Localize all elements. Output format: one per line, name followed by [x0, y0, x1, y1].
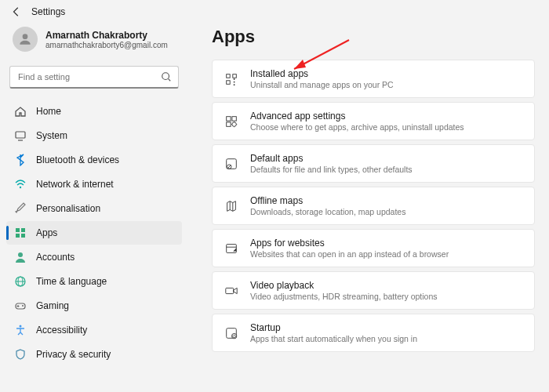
- profile-name: Amarnath Chakraborty: [45, 30, 168, 41]
- card-desc: Defaults for file and link types, other …: [250, 165, 413, 174]
- search-input[interactable]: [16, 67, 161, 86]
- system-icon: [14, 129, 27, 142]
- profile-email: amarnathchakraborty6@gmail.com: [45, 41, 168, 49]
- default-icon: [224, 156, 239, 172]
- svg-rect-28: [232, 116, 236, 120]
- card-offline-maps[interactable]: Offline mapsDownloads, storage location,…: [212, 187, 535, 225]
- svg-point-0: [23, 34, 28, 39]
- card-desc: Websites that can open in an app instead…: [250, 249, 449, 259]
- avatar-icon: [13, 27, 38, 52]
- sidebar-item-bluetooth-devices[interactable]: Bluetooth & devices: [6, 148, 182, 172]
- svg-rect-7: [21, 228, 25, 232]
- search-icon: [161, 71, 172, 82]
- sidebar-item-label: Gaming: [36, 300, 69, 311]
- svg-rect-29: [227, 122, 231, 125]
- card-advanced-app-settings[interactable]: Advanced app settingsChoose where to get…: [212, 102, 535, 140]
- svg-point-30: [232, 122, 236, 125]
- advanced-icon: [224, 114, 239, 129]
- card-installed-apps[interactable]: Installed appsUninstall and manage apps …: [212, 60, 535, 98]
- search-box[interactable]: [9, 66, 179, 89]
- home-icon: [14, 105, 27, 118]
- sidebar-item-accessibility[interactable]: Accessibility: [6, 318, 182, 342]
- sidebar-item-label: Apps: [36, 227, 57, 238]
- titlebar: Settings: [0, 0, 549, 24]
- sidebar-item-personalisation[interactable]: Personalisation: [6, 197, 182, 220]
- svg-line-33: [228, 165, 231, 168]
- svg-point-24: [234, 81, 235, 82]
- wifi-icon: [14, 178, 27, 191]
- svg-rect-8: [16, 234, 20, 238]
- main-panel: Apps Installed appsUninstall and manage …: [188, 24, 549, 392]
- svg-rect-21: [227, 74, 231, 78]
- sidebar-item-label: Network & internet: [36, 179, 114, 190]
- svg-line-2: [169, 79, 171, 82]
- svg-rect-23: [227, 80, 231, 84]
- window-title: Settings: [31, 6, 65, 17]
- card-desc: Uninstall and manage apps on your PC: [250, 80, 394, 89]
- svg-rect-22: [233, 74, 237, 78]
- card-desc: Downloads, storage location, map updates: [250, 207, 405, 216]
- sidebar-item-label: Accounts: [36, 252, 75, 263]
- card-default-apps[interactable]: Default appsDefaults for file and link t…: [212, 144, 535, 183]
- gaming-icon: [14, 299, 27, 312]
- sidebar-item-home[interactable]: Home: [6, 100, 182, 123]
- svg-point-25: [234, 78, 235, 80]
- websites-icon: [224, 241, 239, 256]
- installed-icon: [224, 71, 239, 87]
- card-desc: Choose where to get apps, archive apps, …: [250, 122, 464, 132]
- card-title: Video playback: [250, 280, 438, 291]
- video-icon: [224, 283, 239, 299]
- sidebar-item-time-language[interactable]: Time & language: [6, 270, 182, 293]
- page-title: Apps: [212, 27, 535, 47]
- sidebar-item-label: Time & language: [36, 276, 107, 287]
- svg-rect-3: [16, 132, 25, 138]
- card-apps-for-websites[interactable]: Apps for websitesWebsites that can open …: [212, 229, 535, 267]
- back-icon[interactable]: [11, 6, 22, 17]
- sidebar-item-apps[interactable]: Apps: [6, 221, 182, 245]
- profile-block[interactable]: Amarnath Chakraborty amarnathchakraborty…: [6, 24, 182, 60]
- sidebar-item-accounts[interactable]: Accounts: [6, 245, 182, 269]
- sidebar-item-label: Privacy & security: [36, 349, 111, 360]
- brush-icon: [14, 202, 27, 215]
- apps-icon: [14, 227, 27, 239]
- card-desc: Video adjustments, HDR streaming, batter…: [250, 292, 438, 301]
- globe-icon: [14, 275, 27, 288]
- card-desc: Apps that start automatically when you s…: [250, 334, 417, 343]
- svg-rect-9: [21, 234, 25, 238]
- maps-icon: [224, 198, 239, 214]
- access-icon: [14, 324, 27, 336]
- svg-point-15: [22, 305, 24, 307]
- svg-point-10: [18, 252, 23, 257]
- sidebar: Amarnath Chakraborty amarnathchakraborty…: [0, 24, 188, 392]
- svg-point-26: [234, 84, 235, 85]
- sidebar-item-label: System: [36, 130, 67, 141]
- svg-point-5: [20, 187, 21, 188]
- card-title: Installed apps: [250, 68, 394, 79]
- card-title: Advanced app settings: [250, 111, 464, 122]
- svg-rect-39: [226, 288, 234, 293]
- svg-rect-6: [16, 228, 20, 232]
- card-title: Default apps: [250, 153, 413, 164]
- card-title: Apps for websites: [250, 238, 449, 249]
- sidebar-item-gaming[interactable]: Gaming: [6, 294, 182, 318]
- sidebar-item-network-internet[interactable]: Network & internet: [6, 172, 182, 196]
- sidebar-item-label: Accessibility: [36, 325, 87, 336]
- svg-point-1: [162, 73, 169, 80]
- sidebar-item-privacy-security[interactable]: Privacy & security: [6, 343, 182, 366]
- card-list: Installed appsUninstall and manage apps …: [212, 60, 535, 352]
- svg-point-18: [20, 325, 22, 328]
- card-startup[interactable]: StartupApps that start automatically whe…: [212, 314, 535, 352]
- startup-icon: [224, 325, 239, 341]
- sidebar-item-system[interactable]: System: [6, 124, 182, 147]
- person-icon: [14, 251, 27, 263]
- card-title: Startup: [250, 322, 417, 333]
- sidebar-item-label: Bluetooth & devices: [36, 154, 119, 165]
- nav-list: HomeSystemBluetooth & devicesNetwork & i…: [6, 100, 182, 366]
- sidebar-item-label: Personalisation: [36, 203, 100, 214]
- sidebar-item-label: Home: [36, 106, 61, 117]
- card-video-playback[interactable]: Video playbackVideo adjustments, HDR str…: [212, 271, 535, 310]
- card-title: Offline maps: [250, 195, 405, 206]
- shield-icon: [14, 348, 27, 361]
- svg-rect-36: [227, 244, 237, 252]
- bluetooth-icon: [14, 154, 27, 166]
